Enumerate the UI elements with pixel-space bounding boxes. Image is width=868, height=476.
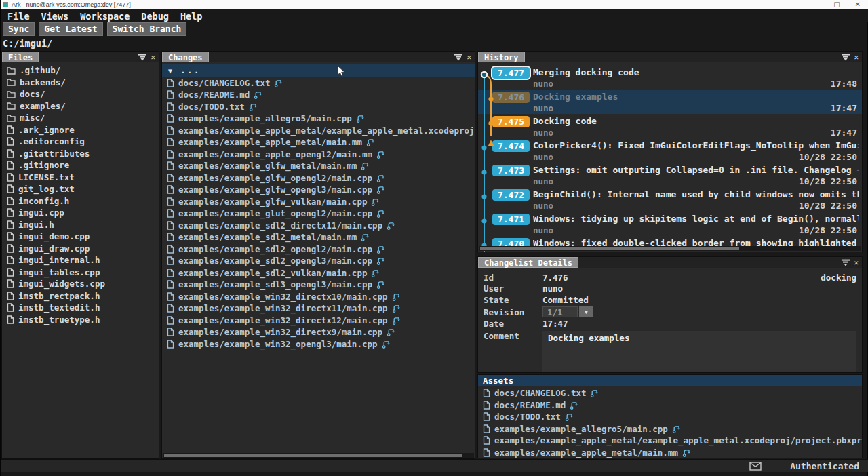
file-tree-row[interactable]: imgui_internal.h <box>2 254 159 266</box>
filter-icon[interactable] <box>841 259 850 266</box>
filter-icon[interactable] <box>841 54 850 61</box>
changed-file-row[interactable]: examples/example_glfw_metal/main.mm <box>162 160 475 172</box>
collapse-triangle-icon[interactable]: ▼ <box>168 67 172 75</box>
file-tree-row[interactable]: imgui_tables.cpp <box>2 266 159 279</box>
detail-row-comment: Comment Docking examples <box>478 331 862 373</box>
changelist-id-badge[interactable]: 7.474 <box>492 140 530 152</box>
filter-icon[interactable] <box>138 54 147 61</box>
tab-files[interactable]: Files <box>2 52 39 62</box>
file-tree-row[interactable]: backends/ <box>2 77 159 89</box>
changed-file-row[interactable]: examples/example_sdl2_opengl3/main.cpp <box>162 255 475 267</box>
file-tree-row[interactable]: git_log.txt <box>2 183 159 195</box>
comment-field[interactable]: Docking examples <box>542 331 856 373</box>
changed-file-row[interactable]: examples/example_win32_opengl3/main.cpp <box>162 338 475 351</box>
changed-file-row[interactable]: docs/CHANGELOG.txt <box>478 387 862 399</box>
changed-file-row[interactable]: examples/example_sdl2_directx11/main.cpp <box>162 220 475 232</box>
minimize-button[interactable]: – <box>815 1 818 8</box>
changed-file-row[interactable]: examples/example_sdl2_metal/main.mm <box>162 231 475 243</box>
tab-changes[interactable]: Changes <box>162 52 209 62</box>
file-tree-row[interactable]: imgui_widgets.cpp <box>2 278 159 290</box>
changes-root-row[interactable]: ▼ ... <box>162 64 475 77</box>
history-commit-row[interactable]: 7.475 Docking code nuno 17:47 <box>478 114 862 138</box>
mail-icon[interactable] <box>749 462 762 471</box>
changed-file-row[interactable]: examples/example_glfw_opengl3/main.cpp <box>162 184 475 196</box>
close-icon[interactable]: ✕ <box>151 54 155 61</box>
file-tree-row[interactable]: imstb_rectpack.h <box>2 290 159 302</box>
file-tree-row[interactable]: .ark_ignore <box>2 124 159 136</box>
scrollbar-thumb[interactable] <box>164 454 462 457</box>
changed-file-row[interactable]: examples/example_win32_directx10/main.cp… <box>162 291 475 303</box>
file-tree-row[interactable]: imstb_textedit.h <box>2 302 159 314</box>
changed-file-row[interactable]: examples/example_apple_metal/main.mm <box>162 136 475 148</box>
file-tree-row[interactable]: .github/ <box>2 64 159 77</box>
changelist-id-badge[interactable]: 7.473 <box>492 165 530 176</box>
changed-file-row[interactable]: examples/example_apple_metal/example_app… <box>478 435 862 447</box>
menu-help[interactable]: Help <box>180 11 203 22</box>
file-tree-row[interactable]: .gitattributes <box>2 148 159 160</box>
changelist-id-badge[interactable]: 7.472 <box>492 189 530 201</box>
history-commit-row[interactable]: 7.477 Merging docking code nuno 17:48 <box>478 65 862 90</box>
menu-workspace[interactable]: Workspace <box>80 11 130 22</box>
filter-icon[interactable] <box>454 54 463 61</box>
branch-change-icon <box>392 292 401 301</box>
changed-file-row[interactable]: examples/example_glut_opengl2/main.cpp <box>162 207 475 220</box>
get-latest-button[interactable]: Get Latest <box>39 22 102 36</box>
changed-file-row[interactable]: examples/example_glfw_opengl2/main.cpp <box>162 172 475 184</box>
changed-file-row[interactable]: examples/example_allegro5/main.cpp <box>162 113 475 125</box>
changed-file-row[interactable]: examples/example_sdl3_opengl3/main.cpp <box>162 279 475 291</box>
close-icon[interactable]: ✕ <box>854 259 859 266</box>
changed-file-row[interactable]: examples/example_apple_metal/main.mm <box>478 447 862 458</box>
changelist-id-badge[interactable]: 7.477 <box>492 67 530 79</box>
file-tree-row[interactable]: docs/ <box>2 88 159 100</box>
horizontal-scrollbar[interactable] <box>163 453 474 458</box>
file-tree-row[interactable]: imconfig.h <box>2 195 159 207</box>
tab-history[interactable]: History <box>478 52 525 62</box>
revision-value[interactable]: 1/1 <box>542 306 578 317</box>
changed-file-row[interactable]: docs/TODO.txt <box>478 411 862 423</box>
file-tree-row[interactable]: .editorconfig <box>2 136 159 148</box>
file-tree-row[interactable]: .gitignore <box>2 159 159 172</box>
changelist-id-badge[interactable]: 7.475 <box>492 116 530 127</box>
horizontal-scrollbar[interactable] <box>479 246 861 251</box>
changed-file-row[interactable]: examples/example_apple_metal/example_app… <box>162 125 475 137</box>
changed-file-row[interactable]: examples/example_sdl2_vulkan/main.cpp <box>162 267 475 279</box>
changed-file-row[interactable]: examples/example_win32_directx9/main.cpp <box>162 326 475 338</box>
close-icon[interactable]: ✕ <box>854 54 859 61</box>
file-tree-row[interactable]: imgui_draw.cpp <box>2 243 159 255</box>
menu-file[interactable]: File <box>7 11 30 22</box>
maximize-button[interactable]: □ <box>833 1 840 8</box>
file-tree-row[interactable]: imgui.h <box>2 219 159 231</box>
file-tree-row[interactable]: imstb_truetype.h <box>2 314 159 326</box>
changelist-id-badge[interactable]: 7.476 <box>492 92 530 103</box>
history-commit-row[interactable]: 7.474 ColorPicker4(): Fixed ImGuiColorEd… <box>478 138 862 163</box>
changelist-id-badge[interactable]: 7.471 <box>492 214 530 225</box>
menu-views[interactable]: Views <box>41 11 69 22</box>
tab-changelist-details[interactable]: Changelist Details <box>478 257 578 268</box>
file-tree-row[interactable]: misc/ <box>2 112 159 124</box>
changed-file-row[interactable]: examples/example_sdl2_opengl2/main.cpp <box>162 243 475 256</box>
switch-branch-button[interactable]: Switch Branch <box>107 22 187 36</box>
changed-file-row[interactable]: examples/example_win32_directx11/main.cp… <box>162 302 475 315</box>
close-icon[interactable]: ✕ <box>467 54 471 61</box>
sync-button[interactable]: Sync <box>3 22 35 36</box>
file-tree-row[interactable]: LICENSE.txt <box>2 172 159 184</box>
changed-file-row[interactable]: examples/example_apple_opengl2/main.mm <box>162 148 475 161</box>
changed-file-row[interactable]: docs/README.md <box>478 399 862 412</box>
close-button[interactable]: ✕ <box>855 1 861 8</box>
changed-file-row[interactable]: docs/README.md <box>162 89 475 101</box>
changed-file-row[interactable]: examples/example_glfw_vulkan/main.cpp <box>162 196 475 208</box>
history-commit-row[interactable]: 7.472 BeginChild(): Internal name used b… <box>478 187 862 212</box>
file-tree-row[interactable]: imgui_demo.cpp <box>2 231 159 243</box>
changed-file-row[interactable]: docs/TODO.txt <box>162 101 475 113</box>
menu-debug[interactable]: Debug <box>141 11 169 22</box>
scrollbar-thumb[interactable] <box>480 247 739 250</box>
changed-file-row[interactable]: docs/CHANGELOG.txt <box>162 77 475 90</box>
history-commit-row[interactable]: 7.476 Docking examples nuno 17:47 <box>478 90 862 114</box>
file-tree-row[interactable]: examples/ <box>2 100 159 113</box>
revision-dropdown-button[interactable]: ▼ <box>579 306 593 317</box>
history-commit-row[interactable]: 7.471 Windows: tidying up skipitems logi… <box>478 212 862 236</box>
changed-file-row[interactable]: examples/example_allegro5/main.cpp <box>478 423 862 435</box>
history-commit-row[interactable]: 7.473 Settings: omit outputing Collapsed… <box>478 163 862 187</box>
changed-file-row[interactable]: examples/example_win32_directx12/main.cp… <box>162 315 475 327</box>
file-tree-row[interactable]: imgui.cpp <box>2 207 159 219</box>
